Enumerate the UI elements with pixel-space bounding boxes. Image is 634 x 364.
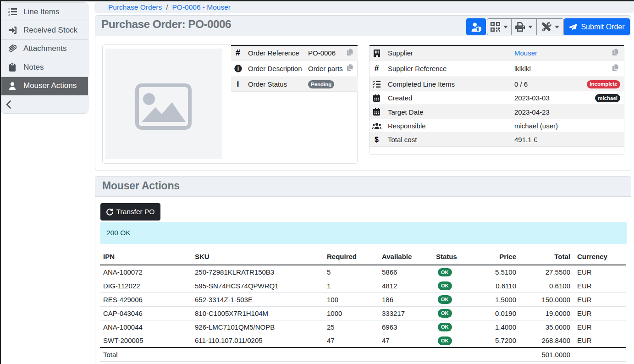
svg-text:i: i xyxy=(237,66,238,72)
svg-text:3: 3 xyxy=(8,13,10,16)
